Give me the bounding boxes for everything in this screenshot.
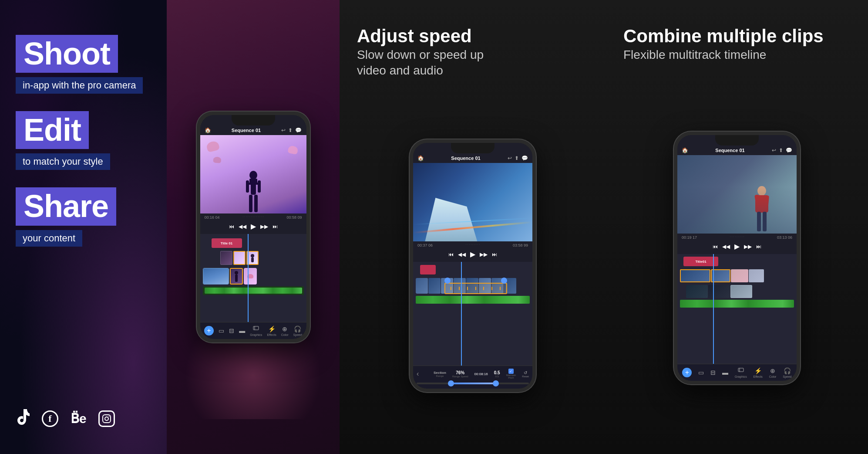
svg-rect-12 (251, 257, 254, 262)
color-button[interactable]: ⊕ Color (281, 325, 289, 336)
play-icon[interactable]: ▶ (251, 222, 256, 230)
title-track-row: Title 01 (203, 237, 304, 249)
tiktok-icon[interactable] (16, 409, 30, 428)
trim-button[interactable]: ▭ (219, 327, 224, 334)
sequence-title: Sequence 01 (232, 128, 261, 133)
clip-dark-2[interactable] (708, 285, 730, 298)
svg-rect-23 (738, 368, 744, 372)
skip-start-4[interactable]: ⏮ (713, 244, 718, 250)
speed-marker (491, 287, 492, 290)
skip-end-4[interactable]: ⏭ (756, 244, 761, 250)
speed-handle-left[interactable] (444, 278, 451, 284)
export-icon-3[interactable]: ⬆ (515, 155, 519, 161)
speed-params: Section Range 76% Range Speed 00:08:16 (434, 369, 529, 379)
trim-button-4[interactable]: ▭ (698, 369, 704, 376)
split-button-4[interactable]: ⊟ (710, 369, 716, 376)
rewind-3[interactable]: ◀◀ (458, 251, 466, 257)
play-4[interactable]: ▶ (734, 242, 740, 251)
clip-silhouette[interactable] (230, 268, 243, 285)
audio-button[interactable]: ▬ (239, 327, 245, 334)
playhead-4 (713, 254, 714, 364)
skip-start-3[interactable]: ⏮ (448, 251, 454, 257)
slider-right-thumb[interactable] (493, 380, 499, 386)
undo-icon-4[interactable]: ↩ (772, 147, 776, 153)
effects-button[interactable]: ⚡ Effects (267, 325, 276, 336)
section-group: Section Range (434, 371, 446, 377)
jellyfish-1 (205, 140, 220, 152)
effects-label-4: Effects (754, 375, 763, 378)
reset-label[interactable]: Reset (522, 375, 529, 378)
reset-icon: ↺ (524, 370, 527, 375)
maintain-pitch-checkbox[interactable]: ✓ (508, 369, 514, 374)
speed-button-4[interactable]: 🎧 Speed (783, 367, 791, 378)
slider-left-thumb[interactable] (448, 380, 454, 386)
comment-icon-3[interactable]: 💬 (521, 155, 528, 161)
audio-waveform-3 (416, 296, 530, 304)
fast-forward-icon[interactable]: ▶▶ (260, 224, 268, 230)
trim-icon: ▭ (219, 327, 224, 334)
video-track-2-4 (680, 284, 794, 299)
clip-dark-1[interactable] (686, 285, 708, 298)
skip-end-3[interactable]: ⏭ (492, 251, 497, 257)
title-block-3[interactable] (420, 265, 436, 274)
audio-button-4[interactable]: ▬ (722, 369, 728, 376)
timeline-area-3 (413, 262, 532, 366)
clip-city-1[interactable] (680, 269, 710, 282)
speed-markers (445, 284, 506, 293)
share-label: Share (16, 187, 116, 225)
back-arrow[interactable]: ‹ (417, 370, 419, 378)
clip-light-1[interactable] (730, 285, 752, 298)
add-button-4[interactable]: + (682, 368, 692, 377)
ramp-group: 0.5 0.5 (494, 370, 500, 378)
ruler-4: · · · · · · · · · (697, 235, 777, 240)
clip-jellyfish[interactable] (244, 268, 257, 285)
speed-slider-track[interactable] (417, 383, 529, 384)
rewind-icon[interactable]: ◀◀ (239, 224, 246, 230)
split-button[interactable]: ⊟ (229, 327, 234, 334)
sequence-title-4: Sequence 01 (715, 148, 744, 153)
export-icon-4[interactable]: ⬆ (779, 147, 783, 153)
add-button[interactable]: + (204, 326, 214, 335)
add-icon[interactable]: + (204, 326, 214, 335)
panel-timeline: 🏠 Sequence 01 ↩ ⬆ 💬 (167, 0, 340, 454)
graphics-button-4[interactable]: Graphics (735, 367, 747, 378)
clip-thumb-1[interactable] (220, 251, 232, 265)
behance-icon[interactable]: B̈e (71, 411, 86, 426)
undo-icon[interactable]: ↩ (281, 127, 286, 133)
clip-3[interactable] (731, 269, 748, 282)
color-button-4[interactable]: ⊕ Color (769, 367, 777, 378)
speed-button[interactable]: 🎧 Speed (293, 325, 302, 336)
playhead (248, 234, 249, 322)
speed-handle-right[interactable] (501, 278, 507, 284)
phone-notch (232, 115, 275, 125)
phone-notch-3 (451, 143, 495, 153)
speed-label: Speed (293, 333, 302, 336)
comment-icon-4[interactable]: 💬 (786, 147, 792, 153)
clip-4[interactable] (749, 269, 764, 282)
play-3[interactable]: ▶ (470, 250, 475, 258)
panel-3-title-light2: video and audio (357, 64, 589, 78)
ff-4[interactable]: ▶▶ (744, 244, 752, 250)
effects-button-4[interactable]: ⚡ Effects (754, 367, 763, 378)
instagram-icon[interactable] (98, 410, 115, 427)
add-icon-4[interactable]: + (682, 368, 692, 377)
title-clip[interactable]: Title 01 (212, 238, 242, 248)
playback-controls-3: ⏮ ◀◀ ▶ ▶▶ ⏭ (417, 248, 528, 260)
graphics-button[interactable]: Graphics (250, 325, 262, 336)
undo-icon-3[interactable]: ↩ (508, 155, 512, 161)
comment-icon[interactable]: 💬 (295, 127, 302, 133)
panel-shoot-edit-share: Shoot in-app with the pro camera Edit to… (0, 0, 167, 454)
speed-marker (451, 287, 451, 290)
jellyfish-2 (287, 145, 298, 155)
skip-to-end-icon[interactable]: ⏭ (273, 224, 278, 230)
shoot-sub: in-app with the pro camera (16, 77, 143, 94)
export-icon[interactable]: ⬆ (288, 127, 293, 133)
trim-icon-4: ▭ (698, 369, 704, 376)
clip-city[interactable] (203, 268, 229, 285)
speed-marker (475, 287, 476, 290)
skip-to-start-icon[interactable]: ⏮ (229, 224, 234, 230)
rewind-4[interactable]: ◀◀ (722, 244, 730, 250)
ff-3[interactable]: ▶▶ (480, 251, 488, 257)
facebook-icon[interactable]: f (42, 410, 58, 427)
clip-thumb-2[interactable] (233, 251, 246, 265)
